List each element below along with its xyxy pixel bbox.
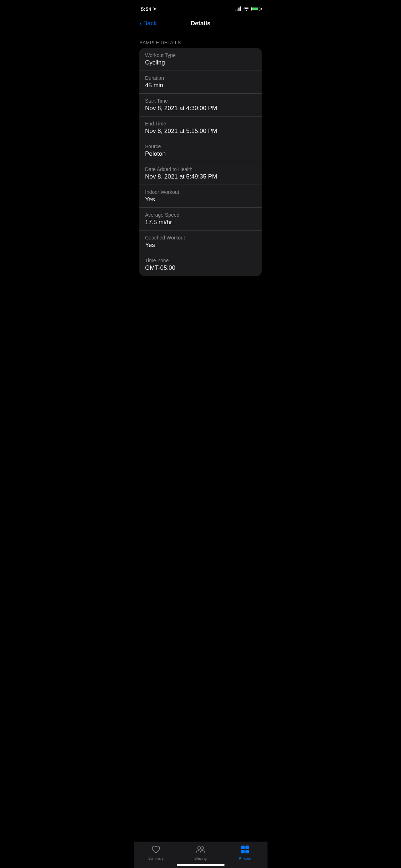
- detail-row: SourcePeloton: [139, 139, 262, 162]
- detail-label-coached-workout: Coached Workout: [145, 235, 256, 241]
- detail-value-workout-type: Cycling: [145, 59, 256, 66]
- detail-row: Start TimeNov 8, 2021 at 4:30:00 PM: [139, 94, 262, 117]
- detail-label-workout-type: Workout Type: [145, 52, 256, 58]
- detail-label-time-zone: Time Zone: [145, 258, 256, 263]
- detail-row: Indoor WorkoutYes: [139, 185, 262, 208]
- detail-label-date-added-to-health: Date Added to Health: [145, 166, 256, 172]
- detail-value-start-time: Nov 8, 2021 at 4:30:00 PM: [145, 105, 256, 112]
- battery-icon: [251, 7, 260, 11]
- detail-row: Date Added to HealthNov 8, 2021 at 5:49:…: [139, 162, 262, 185]
- detail-value-coached-workout: Yes: [145, 242, 256, 249]
- nav-bar: ‹ Back Details: [134, 16, 267, 31]
- back-button[interactable]: ‹ Back: [139, 20, 156, 27]
- detail-row: Time ZoneGMT-05:00: [139, 253, 262, 276]
- detail-row: Duration45 min: [139, 71, 262, 94]
- status-icons: [235, 6, 260, 12]
- detail-value-average-speed: 17.5 mi/hr: [145, 219, 256, 226]
- wifi-icon: [243, 6, 249, 12]
- status-time: 5:54 ➤: [141, 6, 156, 12]
- detail-value-indoor-workout: Yes: [145, 196, 256, 203]
- detail-value-end-time: Nov 8, 2021 at 5:15:00 PM: [145, 128, 256, 135]
- page-title: Details: [191, 20, 211, 27]
- scroll-content: SAMPLE DETAILS Workout TypeCyclingDurati…: [134, 31, 267, 311]
- detail-row: End TimeNov 8, 2021 at 5:15:00 PM: [139, 117, 262, 139]
- detail-row: Average Speed17.5 mi/hr: [139, 208, 262, 231]
- details-card: Workout TypeCyclingDuration45 minStart T…: [139, 48, 262, 276]
- section-header: SAMPLE DETAILS: [134, 31, 267, 48]
- back-chevron-icon: ‹: [139, 20, 142, 27]
- status-bar: 5:54 ➤: [134, 0, 267, 16]
- detail-value-source: Peloton: [145, 150, 256, 157]
- detail-row: Workout TypeCycling: [139, 48, 262, 71]
- detail-value-time-zone: GMT-05:00: [145, 264, 256, 272]
- signal-icon: [235, 7, 241, 11]
- back-label: Back: [143, 20, 157, 27]
- detail-row: Coached WorkoutYes: [139, 231, 262, 253]
- detail-label-start-time: Start Time: [145, 98, 256, 104]
- detail-label-duration: Duration: [145, 75, 256, 81]
- detail-label-source: Source: [145, 144, 256, 149]
- detail-label-average-speed: Average Speed: [145, 212, 256, 218]
- detail-label-indoor-workout: Indoor Workout: [145, 189, 256, 195]
- location-arrow-icon: ➤: [153, 6, 156, 11]
- detail-value-date-added-to-health: Nov 8, 2021 at 5:49:35 PM: [145, 173, 256, 180]
- detail-label-end-time: End Time: [145, 121, 256, 126]
- detail-value-duration: 45 min: [145, 82, 256, 89]
